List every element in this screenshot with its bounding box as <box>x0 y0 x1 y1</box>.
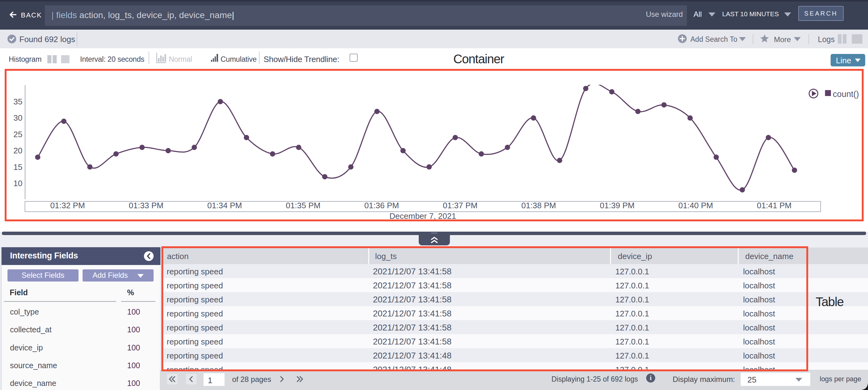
svg-text:01:33 PM: 01:33 PM <box>129 201 163 210</box>
svg-text:20: 20 <box>13 146 23 155</box>
svg-text:01:35 PM: 01:35 PM <box>286 201 320 210</box>
svg-text:01:39 PM: 01:39 PM <box>600 201 634 210</box>
svg-text:01:36 PM: 01:36 PM <box>364 201 399 210</box>
svg-text:01:34 PM: 01:34 PM <box>207 201 242 210</box>
svg-text:December 7, 2021: December 7, 2021 <box>390 211 456 219</box>
svg-text:10: 10 <box>13 179 23 188</box>
svg-text:35: 35 <box>13 97 23 106</box>
svg-text:01:32 PM: 01:32 PM <box>50 201 85 210</box>
svg-text:count(): count() <box>833 89 859 99</box>
svg-text:01:37 PM: 01:37 PM <box>443 201 477 210</box>
svg-text:25: 25 <box>13 130 23 139</box>
svg-text:30: 30 <box>13 113 23 122</box>
svg-text:01:40 PM: 01:40 PM <box>678 201 713 210</box>
svg-text:01:38 PM: 01:38 PM <box>521 201 556 210</box>
svg-text:01:41 PM: 01:41 PM <box>757 201 792 210</box>
svg-text:15: 15 <box>13 162 23 172</box>
